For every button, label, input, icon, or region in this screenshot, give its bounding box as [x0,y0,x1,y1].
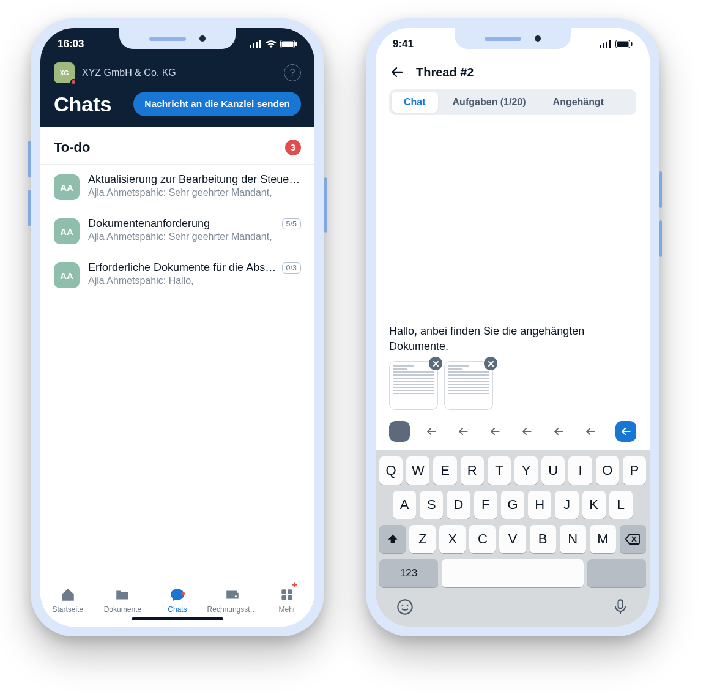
keyboard: Q W E R T Y U I O P A S D F G H J K L [376,450,650,627]
avatar: AA [54,262,80,288]
close-icon [433,360,439,367]
key-u[interactable]: U [541,456,565,485]
avatar: AA [54,174,80,200]
status-time: 9:41 [393,38,414,50]
key-l[interactable]: L [609,491,633,519]
svg-rect-7 [282,589,287,594]
key-h[interactable]: H [528,491,551,519]
svg-rect-10 [288,595,292,600]
key-d[interactable]: D [447,491,470,519]
home-indicator [132,617,223,620]
segment-angehangt[interactable]: Angehängt [541,92,617,113]
svg-point-34 [407,605,409,606]
key-n[interactable]: N [560,525,586,553]
key-r[interactable]: R [461,456,484,485]
key-return[interactable] [587,559,646,587]
key-k[interactable]: K [582,491,606,519]
svg-rect-16 [617,42,629,47]
key-q[interactable]: Q [379,456,403,485]
battery-icon [280,40,297,48]
remove-attachment-button[interactable] [484,357,497,370]
compose-input[interactable]: Hallo, anbei finden Sie die angehängten … [389,324,636,354]
svg-rect-5 [282,42,294,47]
close-icon [488,360,494,367]
chat-preview: Ajla Ahmetspahic: Hallo, [88,275,301,286]
key-j[interactable]: J [555,491,578,519]
emoji-button[interactable] [396,598,414,618]
key-shift[interactable] [379,525,406,553]
attachment-thumb[interactable] [444,361,493,410]
signal-icon [600,40,612,48]
key-e[interactable]: E [433,456,456,485]
help-button[interactable]: ? [284,64,301,81]
key-x[interactable]: X [439,525,466,553]
signal-icon [250,40,262,48]
key-m[interactable]: M [590,525,616,553]
key-p[interactable]: P [623,456,646,485]
chat-title: Aktualisierung zur Bearbeitung der Steue… [88,173,301,186]
attachment-thumb[interactable] [389,361,438,410]
org-name: XYZ GmbH & Co. KG [82,67,277,78]
svg-rect-12 [603,43,604,48]
toolbar-button[interactable] [421,421,442,442]
remove-attachment-button[interactable] [429,357,442,370]
key-z[interactable]: Z [409,525,436,553]
shift-icon [387,533,399,545]
segment-chat[interactable]: Chat [392,92,438,113]
segment-aufgaben[interactable]: Aufgaben (1/20) [440,92,538,113]
key-123[interactable]: 123 [379,559,438,587]
wifi-icon [266,40,277,48]
key-y[interactable]: Y [514,456,538,485]
chat-row[interactable]: AA Aktualisierung zur Bearbeitung der St… [40,165,314,209]
todo-count-badge: 3 [285,140,301,155]
key-o[interactable]: O [596,456,619,485]
svg-rect-35 [618,600,623,608]
toolbar-button[interactable] [485,421,505,442]
key-backspace[interactable] [620,525,646,553]
toolbar-button[interactable] [580,421,601,442]
key-t[interactable]: T [488,456,511,485]
key-v[interactable]: V [499,525,526,553]
svg-rect-17 [631,42,633,46]
avatar: AA [54,218,80,244]
key-i[interactable]: I [568,456,592,485]
status-time: 16:03 [58,38,84,50]
back-button[interactable] [389,65,405,80]
svg-rect-0 [250,45,251,48]
svg-rect-9 [282,595,287,600]
microphone-icon [612,598,629,616]
svg-rect-13 [606,42,607,48]
toolbar-button[interactable] [453,421,474,442]
key-c[interactable]: C [469,525,496,553]
toolbar-button[interactable] [548,421,569,442]
dictation-button[interactable] [612,598,629,618]
progress-chip: 5/5 [282,218,301,229]
svg-point-32 [398,600,412,614]
svg-rect-3 [259,40,261,48]
segment-control: Chat Aufgaben (1/20) Angehängt [389,89,636,115]
key-w[interactable]: W [406,456,429,485]
section-title: To-do [54,140,90,155]
key-b[interactable]: B [530,525,556,553]
chat-row[interactable]: AA Erforderliche Dokumente für die Absc…… [40,253,314,297]
key-a[interactable]: A [393,491,416,519]
send-button[interactable] [615,421,636,442]
svg-rect-6 [295,42,297,46]
chat-row[interactable]: AA Dokumentenanforderung 5/5 Ajla Ahmets… [40,209,314,253]
key-s[interactable]: S [420,491,443,519]
toolbar-button[interactable] [516,421,537,442]
chat-preview: Ajla Ahmetspahic: Sehr geehrter Mandant, [88,187,301,198]
section-header-todo: To-do 3 [40,127,314,165]
home-icon [60,587,76,603]
key-f[interactable]: F [474,491,497,519]
page-title: Chats [54,92,111,116]
org-avatar[interactable]: XG [54,62,75,83]
toolbar-button[interactable] [389,421,410,442]
thread-title: Thread #2 [416,65,474,80]
svg-rect-11 [600,45,601,48]
tab-mehr[interactable]: + Mehr [259,573,314,627]
key-g[interactable]: G [501,491,524,519]
key-space[interactable] [442,559,584,587]
send-message-button[interactable]: Nachricht an die Kanzlei senden [133,92,301,116]
tab-startseite[interactable]: Startseite [40,573,95,627]
